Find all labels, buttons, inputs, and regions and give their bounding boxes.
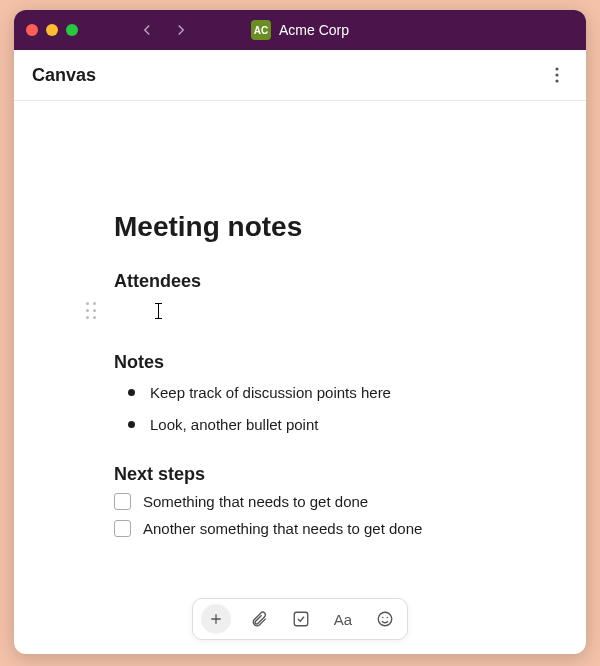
doc-title[interactable]: Meeting notes — [114, 211, 502, 243]
svg-point-6 — [378, 612, 392, 626]
close-window-button[interactable] — [26, 24, 38, 36]
attendees-input-line[interactable] — [114, 300, 502, 322]
svg-point-1 — [555, 73, 558, 76]
checklist-button[interactable] — [287, 605, 315, 633]
next-steps-heading[interactable]: Next steps — [114, 464, 502, 485]
attendees-heading[interactable]: Attendees — [114, 271, 502, 292]
app-window: AC Acme Corp Canvas Meeting notes Attend… — [14, 10, 586, 654]
canvas-body: Meeting notes Attendees Notes Keep track… — [14, 101, 586, 654]
page-header: Canvas — [14, 50, 586, 101]
workspace-name: Acme Corp — [279, 22, 349, 38]
checkbox[interactable] — [114, 520, 131, 537]
text-format-button[interactable]: Aa — [329, 605, 357, 633]
title-bar: AC Acme Corp — [14, 10, 586, 50]
checklist-item[interactable]: Something that needs to get done — [114, 493, 502, 510]
checklist-item[interactable]: Another something that needs to get done — [114, 520, 502, 537]
drag-handle-icon[interactable] — [86, 302, 97, 320]
nav-arrows — [138, 21, 190, 39]
notes-section: Notes Keep track of discussion points he… — [114, 352, 502, 434]
notes-heading[interactable]: Notes — [114, 352, 502, 373]
list-item[interactable]: Keep track of discussion points here — [128, 383, 502, 403]
svg-point-2 — [555, 79, 558, 82]
more-menu-button[interactable] — [546, 60, 568, 90]
window-controls — [26, 24, 78, 36]
svg-point-8 — [387, 617, 389, 619]
attachment-button[interactable] — [245, 605, 273, 633]
minimize-window-button[interactable] — [46, 24, 58, 36]
add-block-button[interactable] — [201, 604, 231, 634]
checkbox[interactable] — [114, 493, 131, 510]
next-steps-section: Next steps Something that needs to get d… — [114, 464, 502, 537]
notes-list: Keep track of discussion points here Loo… — [128, 383, 502, 434]
checklist-item-text[interactable]: Another something that needs to get done — [143, 520, 422, 537]
text-cursor-icon — [158, 303, 159, 319]
checklist-item-text[interactable]: Something that needs to get done — [143, 493, 368, 510]
workspace-badge: AC — [251, 20, 271, 40]
svg-point-7 — [382, 617, 384, 619]
workspace-switcher[interactable]: AC Acme Corp — [251, 20, 349, 40]
floating-toolbar: Aa — [192, 598, 408, 640]
svg-point-0 — [555, 67, 558, 70]
emoji-button[interactable] — [371, 605, 399, 633]
forward-button[interactable] — [172, 21, 190, 39]
page-title: Canvas — [32, 65, 96, 86]
fullscreen-window-button[interactable] — [66, 24, 78, 36]
document[interactable]: Meeting notes Attendees Notes Keep track… — [14, 101, 586, 537]
list-item[interactable]: Look, another bullet point — [128, 415, 502, 435]
svg-rect-5 — [294, 612, 308, 626]
back-button[interactable] — [138, 21, 156, 39]
next-steps-checklist: Something that needs to get done Another… — [114, 493, 502, 537]
attendees-section: Attendees — [114, 271, 502, 322]
